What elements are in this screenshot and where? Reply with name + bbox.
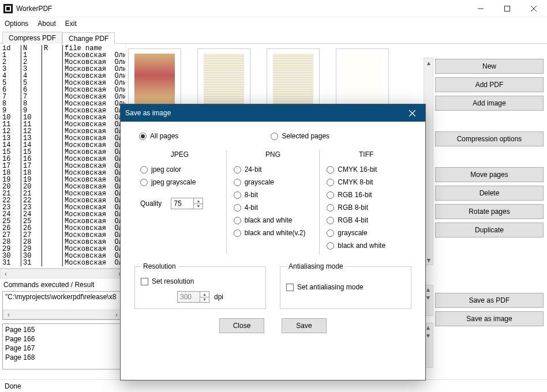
- compression-options-button[interactable]: Compression options: [435, 131, 544, 146]
- menu-options[interactable]: Options: [5, 20, 28, 28]
- quality-input[interactable]: [171, 198, 193, 209]
- tiff-heading: TIFF: [327, 150, 406, 159]
- radio-dot-icon: [234, 191, 241, 199]
- resolution-fieldset: Resolution Set resolution ▲▼ dpi: [134, 262, 266, 309]
- radio-tiff-cmyk16[interactable]: CMYK 16-bit: [327, 165, 406, 174]
- dialog-close-action-button[interactable]: Close: [219, 318, 264, 333]
- add-image-button[interactable]: Add image: [435, 96, 544, 111]
- png-heading: PNG: [234, 150, 313, 159]
- set-resolution-checkbox[interactable]: Set resolution: [141, 277, 260, 285]
- dpi-input[interactable]: [178, 292, 200, 302]
- radio-tiff-rgb8[interactable]: RGB 8-bit: [327, 203, 406, 212]
- file-list[interactable]: id |N |R |file name 1 |1 | |Московская О…: [0, 44, 125, 269]
- menu-about[interactable]: About: [38, 20, 55, 28]
- radio-selected-pages[interactable]: Selected pages: [271, 132, 329, 140]
- dialog-save-button[interactable]: Save: [282, 318, 327, 333]
- pages-box[interactable]: Page 165Page 166Page 167Page 168: [2, 323, 123, 370]
- titlebar: WorkerPDF: [0, 0, 547, 17]
- maximize-button[interactable]: [494, 0, 520, 17]
- radio-dot-icon: [140, 179, 148, 186]
- radio-jpeg-grayscale[interactable]: jpeg grayscale: [140, 178, 219, 186]
- tab-change-pdf[interactable]: Change PDF: [62, 32, 115, 44]
- radio-tiff-rgb4[interactable]: RGB 4-bit: [327, 216, 406, 224]
- radio-dot-icon: [139, 133, 147, 140]
- radio-dot-icon: [271, 133, 278, 140]
- radio-label: All pages: [150, 132, 178, 140]
- statusbar: Done: [0, 379, 547, 392]
- dpi-spinner[interactable]: ▲▼: [177, 291, 209, 303]
- svg-rect-1: [505, 6, 510, 11]
- save-as-image-button[interactable]: Save as image: [435, 311, 544, 326]
- antialias-fieldset: Antialiasing mode Set antialiasing mode: [280, 262, 411, 309]
- file-list-hscroll[interactable]: ‹ ›: [0, 269, 125, 278]
- duplicate-button[interactable]: Duplicate: [435, 223, 544, 238]
- quality-label: Quality: [140, 199, 162, 208]
- dialog-titlebar[interactable]: Save as image: [121, 104, 425, 122]
- save-as-image-dialog: Save as image All pages Selected pages J…: [120, 104, 426, 380]
- radio-dot-icon: [327, 166, 334, 174]
- commands-hscroll[interactable]: ‹ ›: [3, 310, 122, 319]
- radio-png-8bit[interactable]: 8-bit: [234, 191, 313, 199]
- add-pdf-button[interactable]: Add PDF: [435, 77, 544, 92]
- move-pages-button[interactable]: Move pages: [435, 167, 544, 182]
- antialias-legend: Antialiasing mode: [286, 262, 346, 270]
- radio-dot-icon: [327, 191, 334, 199]
- commands-text: "C:\myprojects\workerpdf\release\x8: [5, 293, 116, 301]
- radio-tiff-cmyk8[interactable]: CMYK 8-bit: [327, 178, 406, 186]
- radio-dot-icon: [140, 166, 148, 174]
- radio-dot-icon: [234, 179, 241, 186]
- radio-png-bw[interactable]: black and white: [234, 216, 313, 224]
- page-entry[interactable]: Page 167: [5, 344, 120, 353]
- radio-all-pages[interactable]: All pages: [139, 132, 178, 140]
- radio-tiff-rgb16[interactable]: RGB 16-bit: [327, 191, 406, 199]
- sidebar: New Add PDF Add image Compression option…: [432, 44, 547, 379]
- menu-exit[interactable]: Exit: [65, 20, 77, 28]
- scroll-right-icon[interactable]: ›: [113, 311, 121, 319]
- page-entry[interactable]: Page 166: [5, 334, 120, 344]
- radio-dot-icon: [327, 242, 334, 250]
- jpeg-heading: JPEG: [140, 150, 219, 159]
- dialog-title: Save as image: [125, 109, 171, 117]
- radio-label: Selected pages: [282, 132, 329, 140]
- page-entry[interactable]: Page 165: [5, 325, 120, 334]
- spin-up-icon[interactable]: ▲: [194, 198, 203, 204]
- radio-png-bw2[interactable]: black and white(v.2): [234, 229, 313, 237]
- radio-dot-icon: [234, 166, 241, 174]
- rotate-pages-button[interactable]: Rotate pages: [435, 204, 544, 219]
- radio-png-grayscale[interactable]: grayscale: [234, 178, 313, 186]
- radio-dot-icon: [234, 229, 241, 237]
- scroll-left-icon[interactable]: ‹: [2, 270, 10, 278]
- app-icon: [3, 4, 13, 13]
- new-button[interactable]: New: [435, 59, 544, 74]
- scroll-down-icon[interactable]: ▾: [425, 256, 433, 264]
- minimize-button[interactable]: [467, 0, 494, 17]
- quality-spinner[interactable]: ▲▼: [171, 198, 203, 209]
- set-antialias-checkbox[interactable]: Set antialiasing mode: [286, 283, 405, 291]
- spin-down-icon[interactable]: ▼: [194, 204, 203, 209]
- dpi-unit: dpi: [214, 293, 223, 301]
- scroll-left-icon[interactable]: ‹: [5, 311, 13, 319]
- radio-tiff-grayscale[interactable]: grayscale: [327, 229, 406, 237]
- page-entry[interactable]: Page 168: [5, 353, 120, 362]
- radio-png-4bit[interactable]: 4-bit: [234, 203, 313, 212]
- menubar: Options About Exit: [0, 17, 547, 30]
- status-text: Done: [5, 382, 21, 390]
- spin-down-icon[interactable]: ▼: [200, 297, 209, 303]
- resolution-legend: Resolution: [141, 262, 178, 270]
- radio-dot-icon: [327, 179, 334, 186]
- commands-label: Commands executed / Result: [0, 278, 125, 291]
- checkbox-icon: [286, 284, 294, 291]
- radio-dot-icon: [327, 204, 334, 212]
- save-as-pdf-button[interactable]: Save as PDF: [435, 293, 544, 308]
- dialog-close-button[interactable]: [403, 104, 421, 122]
- delete-button[interactable]: Delete: [435, 186, 544, 201]
- spin-up-icon[interactable]: ▲: [200, 292, 209, 297]
- radio-png-24bit[interactable]: 24-bit: [234, 165, 313, 174]
- radio-dot-icon: [327, 217, 334, 224]
- commands-box[interactable]: "C:\myprojects\workerpdf\release\x8 ‹ ›: [2, 291, 123, 320]
- close-button[interactable]: [520, 0, 547, 17]
- radio-jpeg-color[interactable]: jpeg color: [140, 165, 219, 174]
- scroll-up-icon[interactable]: ▴: [425, 59, 433, 67]
- radio-tiff-bw[interactable]: black and white: [327, 242, 406, 250]
- tab-compress-pdf[interactable]: Compress PDF: [2, 32, 62, 44]
